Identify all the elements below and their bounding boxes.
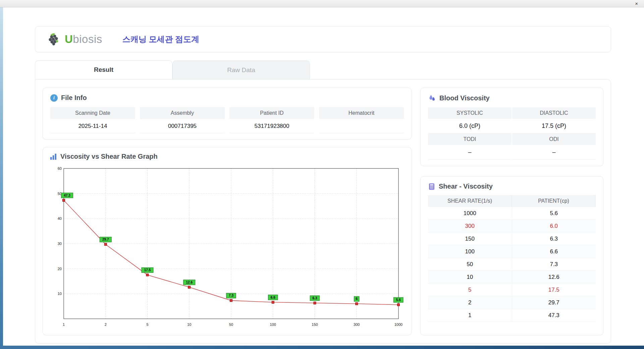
- blood-viscosity-grid: SYSTOLICDIASTOLIC6.0 (cP)17.5 (cP)TODIOD…: [428, 107, 596, 160]
- bv-header-row: TODIODI: [428, 134, 596, 145]
- table-row: 1006.6: [428, 245, 596, 258]
- water-drop-icon: [428, 94, 436, 102]
- field-label: Assembly: [140, 107, 225, 119]
- field-label: Patient ID: [229, 107, 314, 119]
- file-info-fields: Scanning Date2025-11-14Assembly000717395…: [50, 107, 404, 133]
- sv-patient-cell: 17.5: [512, 284, 596, 296]
- svg-text:300: 300: [354, 322, 360, 327]
- sv-shear-cell: 5: [428, 284, 512, 296]
- table-row: 10005.6: [428, 207, 596, 220]
- table-row: 517.5: [428, 284, 596, 296]
- svg-text:10: 10: [187, 322, 191, 327]
- file-info-field: Hematocrit: [319, 107, 404, 133]
- brand-name: Ubiosis: [65, 33, 102, 46]
- svg-text:1000: 1000: [394, 322, 402, 327]
- svg-text:2: 2: [105, 322, 107, 327]
- sv-column-header: PATIENT(cp): [512, 195, 596, 207]
- graph-card: Viscosity vs Shear Rate Graph 1020304050…: [43, 147, 412, 335]
- svg-text:60: 60: [58, 166, 62, 170]
- graph-title: Viscosity vs Shear Rate Graph: [60, 153, 158, 160]
- field-value: 000717395: [140, 119, 225, 133]
- app-window: Ubiosis 스캐닝 모세관 점도계 Result Raw Data i Fi…: [3, 7, 644, 346]
- table-header-row: SHEAR RATE(1/s)PATIENT(cp): [428, 195, 596, 207]
- svg-text:12.6: 12.6: [186, 281, 193, 284]
- sv-shear-cell: 1000: [428, 207, 512, 219]
- bv-header-row: SYSTOLICDIASTOLIC: [428, 107, 596, 119]
- bv-header-cell: TODI: [428, 134, 512, 145]
- table-row: 147.3: [428, 309, 596, 322]
- tab-content-panel: i File Info Scanning Date2025-11-14Assem…: [35, 79, 611, 344]
- tab-bar: Result Raw Data: [35, 60, 611, 79]
- svg-text:40: 40: [58, 216, 62, 220]
- svg-text:150: 150: [312, 322, 318, 327]
- table-row: 229.7: [428, 296, 596, 309]
- bv-value-cell: 6.0 (cP): [428, 119, 512, 134]
- sv-shear-cell: 100: [428, 245, 512, 258]
- window-titlebar: ×: [0, 0, 644, 7]
- bv-value-row: 6.0 (cP)17.5 (cP): [428, 119, 596, 134]
- file-info-field: Scanning Date2025-11-14: [50, 107, 135, 133]
- file-info-field: Assembly000717395: [140, 107, 225, 133]
- sv-column-header: SHEAR RATE(1/s): [428, 195, 512, 207]
- bv-value-cell: 17.5 (cP): [512, 119, 596, 134]
- svg-text:7.3: 7.3: [229, 294, 233, 297]
- field-label: Hematocrit: [319, 107, 404, 119]
- svg-text:17.5: 17.5: [144, 268, 151, 272]
- shear-viscosity-title: Shear - Viscosity: [439, 183, 493, 190]
- sv-patient-cell: 6.3: [512, 233, 596, 245]
- sv-shear-cell: 2: [428, 296, 512, 309]
- brand-logo: Ubiosis: [48, 33, 102, 46]
- sv-patient-cell: 7.3: [512, 258, 596, 270]
- tab-raw-data[interactable]: Raw Data: [172, 60, 310, 79]
- svg-text:1: 1: [63, 322, 65, 327]
- info-icon: i: [50, 94, 58, 102]
- sv-shear-cell: 10: [428, 271, 512, 283]
- table-row: 1506.3: [428, 233, 596, 245]
- sv-shear-cell: 150: [428, 233, 512, 245]
- svg-text:5.6: 5.6: [396, 298, 401, 302]
- sv-patient-cell: 6.0: [512, 220, 596, 232]
- sv-patient-cell: 6.6: [512, 245, 596, 258]
- shear-viscosity-card: Shear - Viscosity SHEAR RATE(1/s)PATIENT…: [420, 176, 603, 335]
- svg-text:20: 20: [58, 267, 62, 271]
- table-row: 1012.6: [428, 271, 596, 284]
- sv-patient-cell: 5.6: [512, 207, 596, 219]
- svg-text:6: 6: [356, 297, 358, 301]
- svg-text:6.6: 6.6: [271, 296, 275, 299]
- calculator-icon: [428, 183, 435, 190]
- svg-text:100: 100: [270, 322, 276, 327]
- bv-header-cell: SYSTOLIC: [428, 107, 512, 119]
- bv-value-cell: –: [512, 145, 596, 160]
- sv-shear-cell: 1: [428, 309, 512, 321]
- svg-text:29.7: 29.7: [102, 238, 109, 241]
- field-label: Scanning Date: [50, 107, 135, 119]
- file-info-field: Patient ID53171923800: [229, 107, 314, 133]
- file-info-title: File Info: [61, 94, 87, 102]
- sv-patient-cell: 12.6: [512, 271, 596, 283]
- shear-viscosity-table: SHEAR RATE(1/s)PATIENT(cp)10005.63006.01…: [428, 195, 596, 322]
- svg-text:6.3: 6.3: [313, 296, 317, 300]
- tab-result[interactable]: Result: [35, 60, 172, 79]
- file-info-card: i File Info Scanning Date2025-11-14Assem…: [43, 88, 412, 140]
- blood-viscosity-card: Blood Viscosity SYSTOLICDIASTOLIC6.0 (cP…: [420, 88, 603, 166]
- app-header: Ubiosis 스캐닝 모세관 점도계: [35, 26, 611, 52]
- svg-text:50: 50: [229, 322, 233, 327]
- bv-value-cell: –: [428, 145, 512, 160]
- sv-shear-cell: 300: [428, 220, 512, 232]
- svg-text:30: 30: [58, 242, 62, 246]
- field-value: [319, 119, 404, 133]
- svg-text:47.3: 47.3: [64, 194, 70, 197]
- sv-patient-cell: 29.7: [512, 296, 596, 309]
- grapes-logo-icon: [48, 33, 62, 46]
- field-value: 2025-11-14: [50, 119, 135, 133]
- page-title: 스캐닝 모세관 점도계: [122, 34, 199, 45]
- sv-shear-cell: 50: [428, 258, 512, 270]
- bv-header-cell: DIASTOLIC: [512, 107, 596, 119]
- bar-chart-icon: [50, 153, 57, 160]
- bv-value-row: ––: [428, 145, 596, 160]
- svg-text:10: 10: [58, 292, 62, 296]
- svg-text:5: 5: [146, 322, 148, 327]
- close-icon[interactable]: ×: [634, 1, 639, 6]
- table-row: 3006.0: [428, 220, 596, 233]
- sv-patient-cell: 47.3: [512, 309, 596, 321]
